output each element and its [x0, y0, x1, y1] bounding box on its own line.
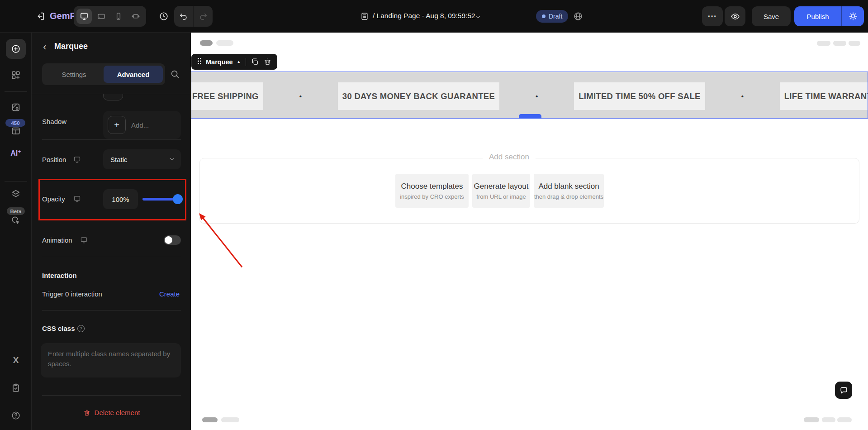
header-skeleton-pill: [200, 40, 213, 46]
add-blank-section-button[interactable]: Add blank section then drag & drop eleme…: [534, 174, 604, 208]
save-button[interactable]: Save: [752, 6, 791, 26]
add-shadow-button[interactable]: +: [108, 116, 126, 134]
page-doc-icon: [360, 11, 370, 21]
marquee-bullet: •: [263, 92, 338, 100]
create-interaction-link[interactable]: Create: [159, 290, 180, 298]
publish-button-group: Publish: [794, 6, 864, 26]
undo-button[interactable]: [174, 6, 193, 27]
changelog-button[interactable]: [11, 383, 21, 393]
position-select[interactable]: Static: [103, 149, 181, 169]
breadcrumb[interactable]: / Landing Page - Aug 8, 09:59:52: [373, 12, 475, 20]
redo-button[interactable]: [194, 6, 213, 27]
drag-handle-icon[interactable]: [197, 57, 202, 67]
choose-templates-button[interactable]: Choose templates inspired by CRO experts: [395, 174, 469, 208]
marquee-bullet: •: [499, 92, 574, 100]
add-element-button[interactable]: [6, 39, 26, 59]
interaction-trigger-text: Trigger 0 interaction: [42, 290, 102, 298]
publish-settings-button[interactable]: [842, 6, 864, 26]
trash-icon: [83, 409, 90, 416]
help-button[interactable]: [11, 411, 21, 420]
eye-icon: [730, 12, 740, 21]
caret-up-icon[interactable]: ▲: [237, 60, 241, 64]
save-label: Save: [764, 13, 779, 20]
trash-icon: [264, 58, 271, 66]
element-settings-panel: ‹ Marquee Settings Advanced Shadow + Add…: [32, 33, 191, 430]
device-mobile-button[interactable]: [111, 9, 126, 24]
divider-interaction: [42, 310, 181, 311]
layers-button[interactable]: [11, 189, 21, 199]
version-history-button[interactable]: [154, 6, 174, 26]
opacity-value-field[interactable]: 100%: [103, 189, 138, 209]
css-class-heading: CSS class: [42, 325, 75, 332]
marquee-item[interactable]: LIFE TIME WARRANTY: [780, 82, 868, 110]
css-class-help-icon[interactable]: ?: [77, 325, 85, 332]
editor-canvas: Marquee ▲ FREE SHIPPING • 30 DAYS MONEY …: [191, 33, 868, 430]
redo-icon: [199, 12, 208, 21]
blocks-plus-icon: [11, 70, 21, 80]
divider-animation: [42, 256, 181, 256]
pointer-click-icon: [11, 215, 21, 225]
opacity-slider-knob[interactable]: [173, 194, 183, 204]
globe-icon: [573, 11, 583, 21]
generate-layout-button[interactable]: Generate layout from URL or image: [472, 174, 530, 208]
undo-redo-group: [174, 6, 213, 27]
delete-button[interactable]: [264, 58, 271, 66]
publish-button[interactable]: Publish: [794, 6, 841, 26]
help-circle-icon: [11, 411, 21, 420]
marquee-element[interactable]: FREE SHIPPING • 30 DAYS MONEY BACK GUARA…: [191, 72, 868, 119]
card-subtitle: from URL or image: [476, 193, 526, 200]
device-desktop-button[interactable]: [76, 9, 92, 24]
panel-title: Marquee: [54, 42, 88, 51]
selection-toolbar: Marquee ▲: [191, 54, 277, 70]
footer-skeleton-pill: [202, 417, 218, 422]
selection-resize-handle[interactable]: [519, 114, 541, 119]
language-button[interactable]: [573, 11, 583, 22]
ai-assistant-button[interactable]: AI✦: [0, 149, 32, 158]
device-scope-icon: [73, 195, 81, 203]
delete-element-button[interactable]: Delete element: [42, 409, 181, 416]
theme-sections-button[interactable]: [11, 102, 21, 112]
support-chat-button[interactable]: [835, 382, 852, 399]
device-responsive-button[interactable]: [128, 9, 143, 24]
x-social-button[interactable]: X: [0, 355, 32, 365]
card-subtitle: inspired by CRO experts: [400, 193, 464, 200]
sections-library-button[interactable]: [11, 70, 21, 80]
gear-icon: [849, 12, 858, 21]
device-switcher: [74, 6, 146, 27]
page-selector-button[interactable]: [474, 13, 482, 21]
tab-advanced[interactable]: Advanced: [104, 66, 163, 83]
css-class-input[interactable]: [41, 343, 181, 377]
marquee-item[interactable]: 30 DAYS MONEY BACK GUARANTEE: [338, 82, 499, 110]
gempages-editor: GemPages 7 / Landing Page - Aug 8, 09:59…: [0, 0, 868, 430]
footer-skeleton-pill: [822, 417, 835, 422]
templates-button[interactable]: [11, 126, 21, 136]
layout-icon: [11, 126, 21, 136]
ellipsis-icon: ···: [708, 12, 717, 21]
tab-settings[interactable]: Settings: [44, 66, 104, 83]
plus-circle-icon: [11, 44, 21, 54]
panel-search-button[interactable]: [170, 69, 180, 79]
animation-toggle[interactable]: [164, 235, 181, 245]
theme-icon: [11, 102, 21, 112]
marquee-item[interactable]: FREE SHIPPING: [191, 82, 263, 110]
duplicate-button[interactable]: [251, 58, 259, 66]
exit-editor-button[interactable]: [34, 10, 46, 22]
device-tablet-button[interactable]: [94, 9, 109, 24]
preview-button[interactable]: [725, 6, 745, 26]
selected-element-label[interactable]: Marquee: [206, 58, 233, 66]
panel-back-button[interactable]: ‹: [41, 43, 49, 53]
undo-icon: [179, 12, 188, 21]
divider-css: [42, 395, 181, 396]
divider-shadow: [42, 139, 181, 140]
opacity-value: 100%: [112, 196, 129, 203]
marquee-item[interactable]: LIMITED TIME 50% OFF SALE: [574, 82, 705, 110]
shadow-add-control[interactable]: + Add...: [103, 111, 181, 139]
footer-skeleton-pill: [221, 417, 239, 422]
more-options-button[interactable]: ···: [702, 6, 723, 26]
animation-label: Animation: [42, 236, 72, 244]
layers-icon: [11, 189, 21, 199]
mobile-icon: [114, 12, 123, 21]
interactions-button[interactable]: [11, 215, 21, 225]
toggle-knob: [165, 236, 172, 244]
rail-divider: [5, 91, 27, 92]
